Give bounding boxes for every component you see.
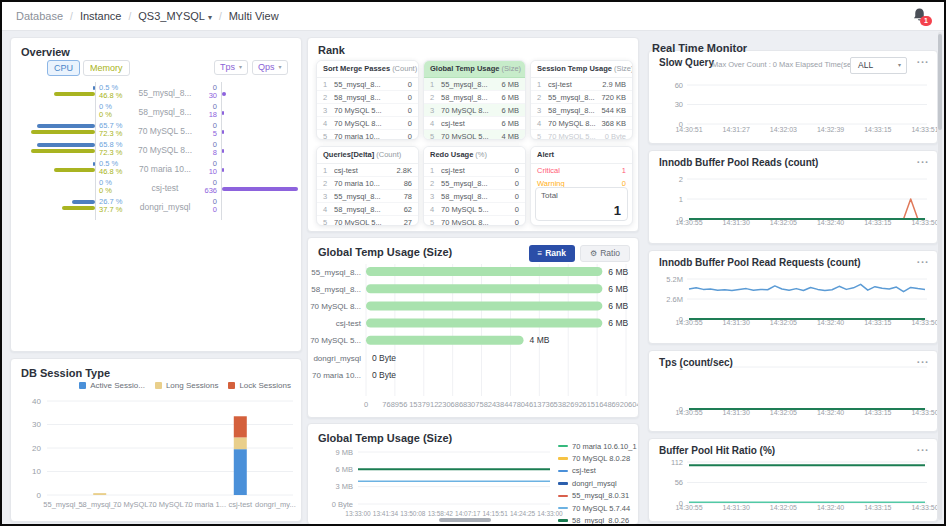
legend-item-55-mysql-8-0-31[interactable]: 55_mysql_8.0.31 (558, 490, 637, 502)
x-tick-label: 14:07:17 (455, 510, 481, 517)
temp-usage-bar (366, 301, 602, 310)
breadcrumb-item-database[interactable]: Database (16, 10, 63, 22)
rank-number: 3 (430, 106, 441, 115)
legend-item-active-sessio[interactable]: Active Sessio... (79, 381, 145, 390)
rank-row: 358_mysql_8...0 (424, 189, 525, 202)
rank-table-header[interactable]: Global Temp Usage(Size) (424, 61, 525, 78)
rank-instance-name: 70 MySQL 8... (441, 106, 497, 115)
x-category-label: 70 MySQL ... (113, 500, 157, 509)
rank-value: 6 MB (501, 119, 519, 128)
breadcrumb-item-instance[interactable]: Instance (80, 10, 122, 22)
legend-item-70-maria-10-6-10-1[interactable]: 70 maria 10.6.10_1 (558, 440, 637, 452)
breadcrumb-item-qs3-mysql[interactable]: QS3_MYSQL▾ (138, 10, 212, 22)
horizontal-scrollbar-thumb[interactable] (439, 518, 491, 522)
rank-value: 2.9 MB (602, 80, 626, 89)
rtm-panel-buffer-pool-hit-ratio: Buffer Pool Hit Ratio (%)...11256014:30:… (648, 438, 938, 522)
legend-item-long-sessions[interactable]: Long Sessions (155, 381, 218, 390)
rank-number: 1 (430, 166, 441, 175)
bar-category-label: 70 maria 10... (312, 371, 361, 380)
x-tick-label: 14:32:03 (770, 126, 797, 133)
vertical-scrollbar-thumb[interactable] (938, 34, 942, 130)
x-tick-label: 14:33:50 (911, 319, 937, 326)
legend-line-swatch (558, 482, 568, 485)
x-tick-label: 14:32:05 (770, 219, 797, 226)
rtm-panel-title: Slow Query (659, 57, 714, 68)
breadcrumb-separator: / (219, 11, 222, 22)
memory-bar (31, 130, 95, 134)
alert-title: Alert (537, 150, 554, 159)
rank-number: 5 (323, 132, 334, 140)
rank-row: 255_mysql_8...720 KB (531, 90, 632, 103)
legend-item-70-mysql-8-0-28[interactable]: 70 MySQL 8.0.28 (558, 452, 637, 464)
legend-item-58-mysql-8-0-26[interactable]: 58_mysql_8.0.26 (558, 514, 637, 525)
rtm-panel-innodb-buffer-pool-read-requests-count: Innodb Buffer Pool Read Requests (count)… (648, 250, 938, 344)
rank-instance-name: csj-test (548, 80, 598, 89)
bar-category-label: 70 MySQL 5... (310, 336, 361, 345)
x-tick-label: 13:33:00 (345, 510, 371, 517)
alert-value: 1 (622, 166, 626, 175)
global-temp-usage-bar-panel: Global Temp Usage (Size) ≡Rank⚙Ratio0768… (307, 237, 639, 418)
rank-table-unit: (Size) (614, 64, 632, 73)
legend-item-dongri-mysql[interactable]: dongri_mysql (558, 477, 637, 489)
y-tick-label: 2 (679, 175, 683, 184)
interval-dropdown[interactable]: ALL▾ (850, 57, 907, 74)
rank-instance-name: 70 MySQL 8... (334, 119, 404, 128)
more-menu-icon[interactable]: ... (917, 53, 929, 65)
legend-item-70-mysql-5-7-44[interactable]: 70 MySQL 5.7.44 (558, 502, 637, 514)
more-menu-icon[interactable]: ... (917, 353, 929, 365)
left-axis-line (95, 82, 96, 220)
select-qps[interactable]: Qps▾ (252, 60, 288, 75)
y-tick-label: 0 (679, 315, 683, 324)
ratio-button[interactable]: ⚙Ratio (580, 245, 630, 262)
alert-label: Critical (537, 166, 560, 175)
memory-bar (54, 168, 95, 172)
qps-bar (222, 92, 226, 96)
rank-number: 3 (323, 106, 334, 115)
rank-table-header[interactable]: Redo Usage(%) (424, 147, 525, 164)
cpu-bar (93, 86, 95, 90)
rank-table-unit: (%) (475, 150, 487, 159)
rank-row: 570 MySQL 8...0 (424, 215, 525, 226)
rank-table-body: 1csj-test0255_mysql_8...0358_mysql_8...0… (424, 164, 525, 226)
rank-value: 0 (408, 93, 412, 102)
legend-label: 55_mysql_8.0.31 (572, 491, 629, 500)
rank-value: 86 (404, 179, 412, 188)
select-tps[interactable]: Tps▾ (214, 60, 248, 75)
legend-swatch (228, 382, 235, 389)
rank-number: 4 (323, 205, 334, 214)
rank-value: 720 KB (601, 93, 626, 102)
rank-row: 570 maria 10...0 (317, 129, 418, 140)
alert-row-critical: Critical1 (531, 164, 632, 177)
rank-number: 1 (430, 80, 441, 89)
rank-number: 4 (430, 205, 441, 214)
rank-button[interactable]: ≡Rank (529, 245, 575, 262)
alarm-bell-icon[interactable]: 1 (911, 7, 928, 24)
x-tick-label: 14:32:05 (770, 319, 797, 326)
db-session-type-panel: DB Session Type Active Sessio...Long Ses… (10, 358, 302, 522)
alert-card: AlertCritical1Warning0Total1 (530, 146, 633, 226)
rank-number: 2 (323, 179, 334, 188)
rank-table-header[interactable]: Sort Merge Passes(Count) (317, 61, 418, 78)
rank-table-header[interactable]: Queries[Delta](Count) (317, 147, 418, 164)
legend-label: Active Sessio... (90, 381, 145, 390)
more-menu-icon[interactable]: ... (917, 253, 929, 265)
gear-icon: ⚙ (590, 249, 597, 258)
more-menu-icon[interactable]: ... (917, 441, 929, 453)
x-tick-label: 768956 (382, 400, 407, 409)
rank-table-header[interactable]: Session Temp Usage(Size) (531, 61, 632, 78)
bar-value-label: 6 MB (608, 284, 628, 294)
y-tick-label: 2.6M (666, 295, 683, 304)
toggle-memory-button[interactable]: Memory (83, 60, 130, 76)
rank-table-body: 155_mysql_8...0258_mysql_8...0370 MySQL … (317, 78, 418, 140)
toggle-cpu-button[interactable]: CPU (47, 60, 80, 76)
bar-category-label: dongri_mysql (313, 354, 361, 363)
legend-item-lock-sessions[interactable]: Lock Sessions (228, 381, 291, 390)
more-menu-icon[interactable]: ... (917, 153, 929, 165)
legend-item-csj-test[interactable]: csj-test (558, 465, 637, 477)
qps-value-label: 18 (161, 111, 217, 119)
y-tick-label: 40 (32, 397, 41, 406)
rank-value: 544 KB (601, 106, 626, 115)
memory-bar (31, 149, 95, 153)
chevron-down-icon: ▾ (898, 58, 901, 73)
rank-number: 5 (323, 218, 334, 226)
